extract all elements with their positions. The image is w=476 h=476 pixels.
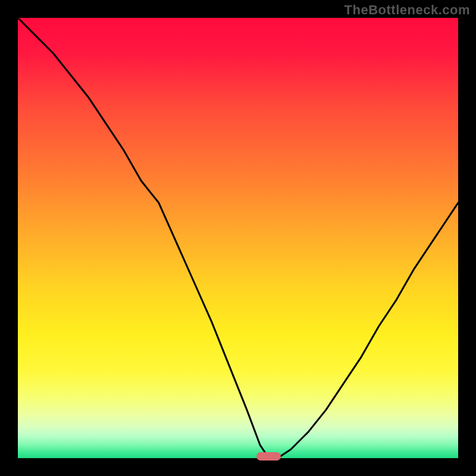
bottleneck-chart	[18, 18, 458, 458]
plot-area	[18, 18, 458, 458]
optimal-range-marker	[256, 452, 281, 461]
gradient-background	[18, 18, 458, 458]
watermark-text: TheBottleneck.com	[345, 2, 470, 18]
chart-frame: TheBottleneck.com	[0, 0, 476, 476]
